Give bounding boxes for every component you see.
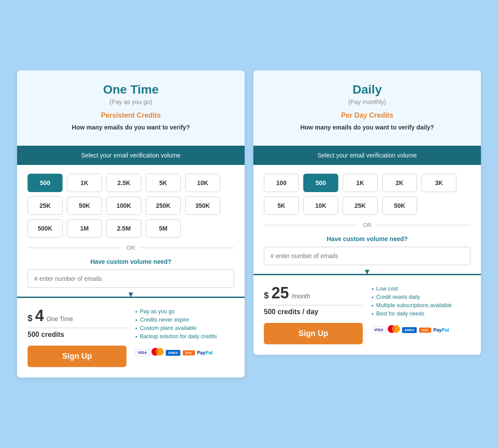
option-btn-100[interactable]: 100: [264, 174, 299, 192]
bottom-left: $4One Time500 creditsSign Up: [28, 307, 126, 367]
option-btn-50K[interactable]: 50K: [67, 196, 102, 215]
feature-item: Backup solution for daily credits: [135, 333, 234, 340]
signup-button[interactable]: Sign Up: [28, 346, 126, 367]
option-btn-2K[interactable]: 2K: [382, 174, 417, 192]
payment-icons: VISAAMEXDISCPayPal: [135, 348, 234, 357]
card-top: Daily(Pay monthly)Per Day CreditsHow man…: [253, 70, 481, 146]
feature-item: Multiple subscriptions available: [372, 302, 470, 308]
price-dollar-sign: $: [264, 290, 269, 301]
custom-email-input[interactable]: [28, 270, 234, 288]
option-btn-5M[interactable]: 5M: [146, 219, 181, 238]
price-suffix: /month: [291, 293, 310, 300]
feature-list: Low costCredit resets dailyMultiple subs…: [372, 286, 470, 319]
amex-icon: AMEX: [402, 327, 417, 333]
credits-line: 500 credits / day: [264, 305, 363, 316]
bottom-inner: $25/month500 credits / daySign UpLow cos…: [264, 284, 470, 344]
card-bottom: $25/month500 credits / daySign UpLow cos…: [253, 274, 481, 355]
custom-email-input[interactable]: [264, 247, 470, 265]
bottom-right: Low costCredit resets dailyMultiple subs…: [372, 284, 470, 344]
bottom-inner: $4One Time500 creditsSign UpPay as you g…: [28, 307, 234, 367]
card-subtitle: (Pay monthly): [267, 98, 468, 105]
card-top: One Time(Pay as you go)Persistent Credit…: [17, 70, 245, 146]
option-btn-500[interactable]: 500: [28, 174, 63, 192]
price-dollar-sign: $: [28, 313, 32, 323]
visa-icon: VISA: [135, 349, 150, 356]
option-btn-2.5K[interactable]: 2.5K: [106, 174, 141, 192]
mastercard-icon: [388, 325, 400, 335]
option-btn-10K[interactable]: 10K: [303, 196, 338, 215]
card-middle: 5001K2.5K5K10K25K50K100K250K350K500K1M2.…: [17, 165, 245, 297]
option-btn-250K[interactable]: 250K: [146, 196, 181, 215]
visa-icon: VISA: [372, 326, 386, 333]
bottom-right: Pay as you goCredits never expireCustom …: [135, 307, 234, 367]
option-btn-1K[interactable]: 1K: [343, 174, 378, 192]
feature-item: Pay as you go: [135, 308, 234, 315]
custom-volume-label: Have custom volume need?: [28, 258, 234, 265]
option-btn-5K[interactable]: 5K: [264, 196, 299, 215]
option-btn-1K[interactable]: 1K: [67, 174, 102, 192]
price-line: $4One Time: [28, 307, 126, 325]
verify-question: How many emails do you want to verify da…: [267, 124, 468, 131]
option-btn-350K[interactable]: 350K: [185, 196, 220, 215]
option-btn-500[interactable]: 500: [303, 174, 338, 192]
options-grid: 1005001K2K3K5K10K25K50K: [264, 174, 470, 215]
card-bottom: $4One Time500 creditsSign UpPay as you g…: [17, 297, 245, 378]
price-line: $25/month: [264, 284, 363, 302]
amex-icon: AMEX: [165, 350, 181, 356]
option-btn-25K[interactable]: 25K: [28, 196, 63, 215]
card-daily: Daily(Pay monthly)Per Day CreditsHow man…: [253, 70, 481, 355]
mastercard-icon: [151, 348, 164, 357]
or-divider: OR: [28, 245, 234, 251]
signup-button[interactable]: Sign Up: [264, 323, 363, 344]
or-divider: OR: [264, 222, 470, 228]
custom-volume-label: Have custom volume need?: [264, 235, 470, 242]
price-amount: 25: [271, 284, 289, 302]
volume-header: Select your email verification volume: [17, 146, 245, 165]
option-btn-10K[interactable]: 10K: [185, 174, 220, 192]
option-btn-500K[interactable]: 500K: [28, 219, 63, 238]
verify-question: How many emails do you want to verify?: [30, 124, 231, 131]
feature-item: Credits never expire: [135, 317, 234, 323]
discover-icon: DISC: [419, 327, 431, 333]
price-suffix: One Time: [46, 315, 73, 322]
credits-label: Per Day Credits: [267, 112, 468, 119]
feature-item: Credit resets daily: [372, 294, 470, 300]
discover-icon: DISC: [182, 350, 195, 356]
credits-label: Persistent Credits: [30, 112, 231, 119]
bottom-left: $25/month500 credits / daySign Up: [264, 284, 363, 344]
feature-item: Best for daily needs: [372, 311, 470, 317]
card-title: Daily: [267, 83, 468, 97]
feature-item: Low cost: [372, 286, 470, 292]
feature-list: Pay as you goCredits never expireCustom …: [135, 308, 234, 342]
payment-icons: VISAAMEXDISCPayPal: [372, 325, 470, 335]
card-middle: 1005001K2K3K5K10K25K50KORHave custom vol…: [253, 165, 481, 274]
option-btn-3K[interactable]: 3K: [421, 174, 456, 192]
option-btn-2.5M[interactable]: 2.5M: [106, 219, 141, 238]
option-btn-5K[interactable]: 5K: [146, 174, 181, 192]
credits-line: 500 credits: [28, 328, 126, 339]
paypal-icon: PayPal: [433, 327, 449, 332]
card-one-time: One Time(Pay as you go)Persistent Credit…: [17, 70, 245, 378]
feature-item: Custom plans available: [135, 325, 234, 331]
price-amount: 4: [35, 307, 44, 325]
option-btn-1M[interactable]: 1M: [67, 219, 102, 238]
card-title: One Time: [30, 83, 231, 97]
option-btn-100K[interactable]: 100K: [106, 196, 141, 215]
paypal-icon: PayPal: [197, 350, 213, 355]
volume-header: Select your email verification volume: [253, 146, 481, 165]
options-grid: 5001K2.5K5K10K25K50K100K250K350K500K1M2.…: [28, 174, 234, 238]
option-btn-50K[interactable]: 50K: [382, 196, 417, 215]
card-subtitle: (Pay as you go): [30, 98, 231, 105]
cards-container: One Time(Pay as you go)Persistent Credit…: [17, 70, 481, 378]
option-btn-25K[interactable]: 25K: [343, 196, 378, 215]
